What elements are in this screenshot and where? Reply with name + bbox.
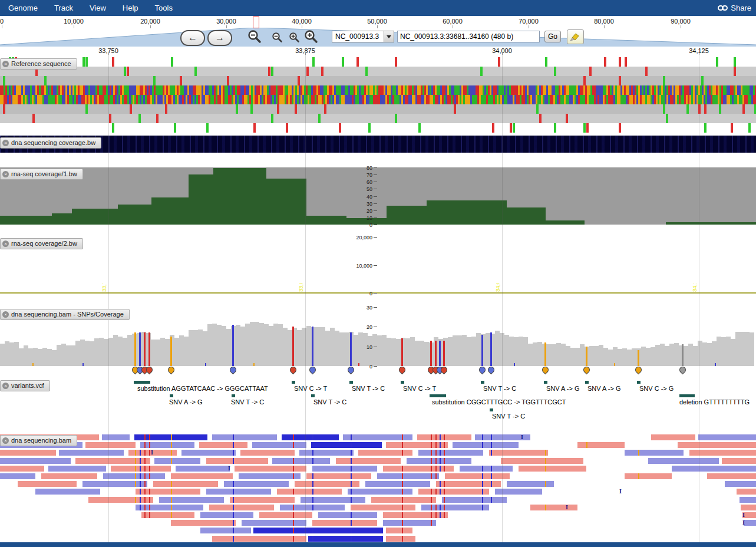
alignment-read[interactable] <box>200 528 251 533</box>
track-label-snps-coverage[interactable]: × dna sequencing.bam - SNPs/Coverage <box>0 309 130 320</box>
alignment-read[interactable] <box>722 458 756 464</box>
variant-label[interactable]: SNV C -> T <box>294 385 327 392</box>
alignment-read[interactable] <box>299 450 354 456</box>
track-label-alignments[interactable]: × dna sequencing.bam <box>0 435 77 446</box>
track-label-dna-coverage[interactable]: × dna sequencing coverage.bw <box>0 137 101 149</box>
alignment-read[interactable] <box>737 489 756 495</box>
alignment-read[interactable] <box>418 450 483 456</box>
alignment-read[interactable] <box>460 466 513 472</box>
dropdown-arrow-icon[interactable] <box>384 31 394 42</box>
alignment-read[interactable] <box>306 473 371 479</box>
alignment-read[interactable] <box>171 473 233 479</box>
variant-feature-bar[interactable] <box>637 381 641 384</box>
alignment-read[interactable] <box>277 489 342 495</box>
variant-pin[interactable] <box>582 365 592 375</box>
variant-label[interactable]: substitution CGGCTTTGCC -> TGGTTTCGCT <box>432 398 566 406</box>
back-button[interactable]: ← <box>180 30 205 46</box>
alignment-read[interactable] <box>153 481 218 487</box>
variant-feature-bar[interactable] <box>311 394 315 397</box>
alignment-read[interactable] <box>82 481 147 487</box>
variant-feature-bar[interactable] <box>585 381 589 384</box>
alignment-read[interactable] <box>239 473 301 479</box>
alignment-read[interactable] <box>689 450 756 456</box>
refseq-dropdown[interactable]: NC_000913.3 <box>332 31 394 42</box>
alignment-read[interactable] <box>136 505 203 510</box>
variant-label[interactable]: SNV A -> G <box>546 385 580 392</box>
snp-bar[interactable] <box>134 332 136 366</box>
alignment-read[interactable] <box>672 466 756 472</box>
variant-label[interactable]: SNV T -> C <box>483 385 516 392</box>
alignment-read[interactable] <box>358 450 412 456</box>
variant-label[interactable]: SNV A -> G <box>587 385 621 392</box>
variant-pin[interactable] <box>678 365 688 375</box>
alignment-read[interactable] <box>181 450 236 456</box>
snp-bar[interactable] <box>682 344 684 366</box>
alignment-read[interactable] <box>678 442 756 448</box>
alignment-read[interactable] <box>648 458 719 464</box>
alignment-read[interactable] <box>625 450 684 456</box>
alignment-read[interactable] <box>0 450 56 456</box>
alignment-read[interactable] <box>176 466 230 472</box>
variant-pin[interactable] <box>541 365 550 375</box>
close-track-icon[interactable]: × <box>2 240 9 247</box>
menu-item-help[interactable]: Help <box>114 0 147 16</box>
track-label-variants[interactable]: × variants.vcf <box>0 380 50 391</box>
alignment-read[interactable] <box>386 442 448 448</box>
menu-item-view[interactable]: View <box>81 0 114 16</box>
alignment-read[interactable] <box>35 489 100 495</box>
alignment-read[interactable] <box>383 466 454 472</box>
overview-location-marker[interactable] <box>253 17 259 28</box>
alignment-read[interactable] <box>230 497 295 503</box>
alignment-read[interactable] <box>206 489 271 495</box>
alignment-read[interactable] <box>507 481 554 487</box>
variant-pin[interactable] <box>167 365 176 375</box>
alignment-read[interactable] <box>272 458 330 464</box>
variant-label[interactable]: SNV T -> C <box>492 413 525 420</box>
alignment-read[interactable] <box>240 450 295 456</box>
alignment-read[interactable] <box>377 473 439 479</box>
location-input[interactable] <box>397 31 540 42</box>
menu-item-genome[interactable]: Genome <box>0 0 46 16</box>
snp-bar[interactable] <box>401 338 403 366</box>
alignment-read[interactable] <box>442 497 507 503</box>
snp-bar[interactable] <box>292 327 294 366</box>
variant-pin[interactable] <box>398 365 407 375</box>
alignment-read[interactable] <box>489 450 548 456</box>
alignment-read[interactable] <box>209 505 274 510</box>
alignment-read[interactable] <box>212 434 277 440</box>
snp-bar[interactable] <box>490 332 492 366</box>
alignment-read[interactable] <box>453 442 519 448</box>
alignment-read[interactable] <box>154 458 200 464</box>
alignment-read[interactable] <box>625 473 672 479</box>
snp-bar[interactable] <box>148 332 150 366</box>
alignment-read[interactable] <box>159 497 224 503</box>
variant-label[interactable]: deletion GTTTTTTTTTG <box>679 398 750 406</box>
snp-bar[interactable] <box>443 341 445 366</box>
close-track-icon[interactable]: × <box>2 437 9 444</box>
variant-label[interactable]: SNV C -> G <box>639 385 674 392</box>
variant-feature-bar[interactable] <box>292 381 295 384</box>
alignment-read[interactable] <box>418 489 489 495</box>
variant-label[interactable]: SNV T -> C <box>231 398 264 406</box>
snp-bar[interactable] <box>312 327 313 366</box>
alignment-read[interactable] <box>88 497 153 503</box>
zoom-in-large-button[interactable] <box>304 29 318 46</box>
variant-feature-bar[interactable] <box>232 394 235 397</box>
alignment-read[interactable] <box>259 512 312 518</box>
close-track-icon[interactable]: × <box>2 311 9 318</box>
alignment-read[interactable] <box>495 489 542 495</box>
alignment-read[interactable] <box>445 473 510 479</box>
alignment-read[interactable] <box>295 481 359 487</box>
alignment-read[interactable] <box>651 434 695 440</box>
alignment-read[interactable] <box>235 466 306 472</box>
alignment-read[interactable] <box>301 497 365 503</box>
zoom-out-button[interactable] <box>272 32 282 45</box>
snp-bar[interactable] <box>638 350 639 366</box>
alignment-read[interactable] <box>199 442 247 448</box>
alignment-read[interactable] <box>741 505 756 510</box>
variant-label[interactable]: substitution AGGTATCAAC -> GGGCATTAAT <box>137 385 268 392</box>
alignment-read[interactable] <box>0 473 35 479</box>
alignment-read[interactable] <box>351 505 415 510</box>
alignment-read[interactable] <box>383 512 448 518</box>
snp-bar[interactable] <box>139 332 141 366</box>
